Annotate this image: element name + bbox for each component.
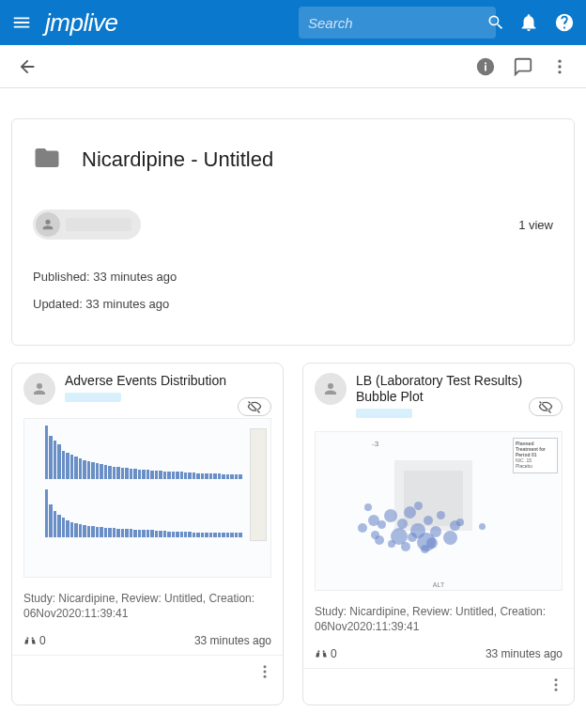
app-logo[interactable]: jmplive (45, 8, 117, 38)
post-description: Study: Nicardipine, Review: Untitled, Cr… (303, 598, 574, 640)
svg-point-7 (555, 678, 558, 681)
info-icon[interactable] (475, 56, 496, 77)
svg-point-8 (555, 683, 558, 686)
binoculars-icon (315, 647, 328, 660)
chart-legend: Planned Treatment for Period 01 NIC .15 … (513, 438, 558, 473)
post-card[interactable]: LB (Laboratory Test Results) Bubble Plot… (302, 363, 575, 705)
post-time-ago: 33 minutes ago (194, 634, 271, 647)
author-name-redacted (66, 218, 131, 231)
author-chip[interactable] (33, 209, 141, 240)
svg-point-9 (555, 689, 558, 691)
svg-point-5 (264, 671, 267, 674)
avatar (23, 373, 55, 405)
menu-icon[interactable] (11, 12, 32, 33)
chart-tick: -3 (372, 440, 378, 448)
top-bar: jmplive (0, 0, 586, 45)
post-card[interactable]: Adverse Events Distribution Study: Nicar… (11, 363, 284, 705)
post-author-redacted (65, 393, 121, 402)
chart-thumbnail (23, 418, 271, 578)
svg-point-3 (558, 70, 561, 73)
chart-x-label: ALT (433, 581, 444, 588)
svg-point-2 (558, 65, 561, 68)
visibility-toggle[interactable] (238, 397, 271, 416)
sub-bar (0, 45, 586, 88)
follow-count: 0 (23, 634, 46, 647)
view-count: 1 view (518, 218, 553, 232)
report-header-card: Nicardipine - Untitled 1 view Published:… (11, 118, 575, 346)
svg-point-1 (558, 59, 561, 62)
svg-point-6 (264, 675, 267, 678)
search-icon[interactable] (486, 13, 505, 32)
post-more-icon[interactable] (256, 663, 273, 684)
help-icon[interactable] (554, 12, 575, 33)
comment-icon[interactable] (513, 56, 533, 77)
post-title: Adverse Events Distribution (65, 373, 226, 389)
follow-count: 0 (315, 647, 337, 660)
folder-icon (33, 144, 61, 176)
more-icon[interactable] (550, 57, 569, 76)
post-more-icon[interactable] (547, 676, 564, 697)
back-icon[interactable] (17, 56, 38, 77)
posts-grid: Adverse Events Distribution Study: Nicar… (11, 363, 575, 705)
visibility-toggle[interactable] (529, 397, 563, 416)
post-description: Study: Nicardipine, Review: Untitled, Cr… (12, 585, 283, 627)
avatar (36, 212, 60, 237)
page-title: Nicardipine - Untitled (82, 147, 273, 172)
search-field-wrap[interactable] (299, 7, 496, 39)
post-time-ago: 33 minutes ago (486, 647, 563, 660)
topbar-right (518, 12, 575, 33)
content-area: Nicardipine - Untitled 1 view Published:… (0, 88, 586, 717)
chart-thumbnail: -3 Planned Treatment for Period 01 NIC .… (315, 431, 563, 591)
avatar (315, 373, 347, 405)
post-author-redacted (356, 409, 412, 418)
notifications-icon[interactable] (518, 12, 539, 33)
binoculars-icon (23, 634, 37, 647)
svg-point-4 (264, 666, 267, 669)
search-input[interactable] (308, 15, 486, 31)
updated-time: Updated: 33 minutes ago (33, 297, 553, 311)
published-time: Published: 33 minutes ago (33, 270, 553, 284)
